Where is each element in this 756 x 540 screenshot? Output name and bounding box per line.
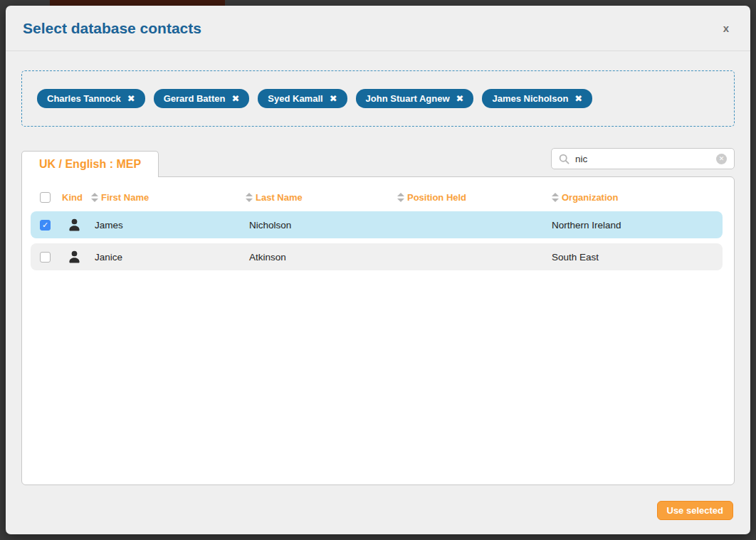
row-checkbox-cell: ✓	[31, 220, 62, 231]
table-row[interactable]: ✓ James Nicholson Northern Ireland	[31, 211, 723, 238]
dialog-body: Charles Tannock ✖ Gerard Batten ✖ Syed K…	[6, 51, 750, 534]
clear-search-icon[interactable]: ✕	[716, 154, 727, 164]
kind-cell	[62, 218, 91, 233]
row-checkbox[interactable]: ✓	[40, 220, 51, 231]
select-contacts-dialog: Select database contacts x Charles Tanno…	[6, 6, 750, 534]
first-name-cell: James	[91, 220, 246, 231]
sort-icon[interactable]	[552, 193, 559, 202]
chip-contact[interactable]: Charles Tannock ✖	[37, 89, 145, 108]
search-icon	[559, 154, 569, 164]
remove-icon[interactable]: ✖	[456, 94, 464, 103]
chip-contact[interactable]: Gerard Batten ✖	[154, 89, 250, 108]
remove-icon[interactable]: ✖	[330, 94, 337, 103]
person-icon	[67, 218, 82, 233]
last-name-cell: Atkinson	[246, 252, 397, 263]
first-name-cell: Janice	[91, 252, 246, 263]
search-input[interactable]	[575, 154, 710, 164]
header-checkbox-cell	[31, 192, 62, 203]
dialog-header: Select database contacts x	[6, 6, 750, 51]
row-checkbox-cell	[31, 252, 62, 263]
remove-icon[interactable]: ✖	[574, 94, 582, 103]
table-header-row: Kind First Name Last Name Position Held …	[31, 177, 723, 211]
chip-label: James Nicholson	[492, 93, 568, 104]
tab-uk-english-mep[interactable]: UK / English : MEP	[21, 151, 159, 177]
close-icon[interactable]: x	[719, 20, 733, 36]
column-header-last-name[interactable]: Last Name	[246, 192, 397, 203]
chip-contact[interactable]: John Stuart Agnew ✖	[356, 89, 474, 108]
column-header-first-name[interactable]: First Name	[91, 192, 246, 203]
chip-contact[interactable]: Syed Kamall ✖	[258, 89, 347, 108]
kind-cell	[62, 250, 91, 265]
chip-label: Charles Tannock	[47, 93, 121, 104]
tab-label: UK / English : MEP	[39, 158, 141, 171]
column-header-organization[interactable]: Organization	[552, 192, 723, 203]
selected-contacts-area: Charles Tannock ✖ Gerard Batten ✖ Syed K…	[21, 70, 735, 127]
column-header-position-held[interactable]: Position Held	[397, 192, 552, 203]
select-all-checkbox[interactable]	[40, 192, 51, 203]
contacts-table-panel: Kind First Name Last Name Position Held …	[21, 176, 735, 485]
organization-cell: Northern Ireland	[552, 220, 723, 231]
use-selected-button[interactable]: Use selected	[657, 501, 734, 520]
sort-icon[interactable]	[246, 193, 253, 202]
chip-contact[interactable]: James Nicholson ✖	[482, 89, 592, 108]
sort-icon[interactable]	[397, 193, 404, 202]
chip-label: John Stuart Agnew	[366, 93, 450, 104]
person-icon	[67, 250, 82, 265]
remove-icon[interactable]: ✖	[231, 94, 239, 103]
column-header-kind: Kind	[62, 192, 91, 203]
dialog-title: Select database contacts	[23, 20, 201, 37]
last-name-cell: Nicholson	[246, 220, 397, 231]
sort-icon[interactable]	[91, 193, 98, 202]
background-page-strip	[50, 0, 225, 6]
organization-cell: South East	[552, 252, 723, 263]
search-box: ✕	[551, 148, 735, 169]
table-row[interactable]: Janice Atkinson South East	[31, 243, 723, 270]
tab-bar: UK / English : MEP ✕	[21, 148, 735, 176]
row-checkbox[interactable]	[40, 252, 51, 263]
chip-label: Syed Kamall	[268, 93, 322, 104]
chip-label: Gerard Batten	[164, 93, 226, 104]
remove-icon[interactable]: ✖	[127, 94, 135, 103]
